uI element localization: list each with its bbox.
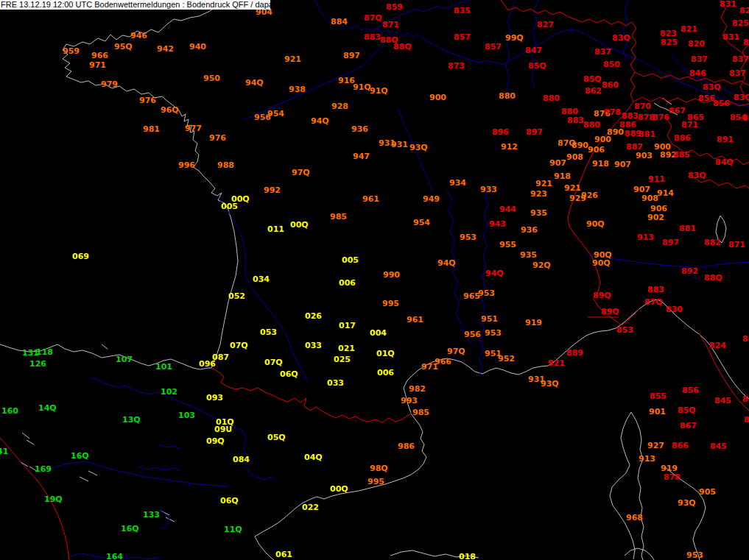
station-value: 931 [391, 141, 408, 149]
station-value: 94Q [437, 260, 456, 267]
station-value: 953 [686, 552, 703, 559]
station-value: 91Q [353, 84, 371, 91]
station-value: 860 [602, 82, 619, 89]
station-value: 977 [185, 125, 202, 132]
station-value: 995 [382, 300, 399, 308]
station-value: 886 [619, 121, 636, 129]
station-value: 85Q [678, 407, 696, 414]
station-value: 955 [499, 241, 516, 249]
station-value: 954 [267, 110, 284, 118]
station-value: 85Q [583, 76, 602, 83]
station-value: 873 [448, 63, 465, 70]
station-value: 900 [594, 136, 611, 143]
station-value: 913 [637, 234, 654, 241]
station-value: 938 [289, 86, 306, 93]
station-value: 018 [459, 553, 476, 560]
station-value: 918 [592, 160, 609, 168]
station-value: 837 [732, 56, 749, 63]
station-value: 034 [253, 276, 270, 283]
station-value: 87 [744, 417, 749, 424]
station-value: 005 [221, 203, 238, 210]
station-value: 022 [302, 504, 319, 511]
station-value: 953 [485, 330, 502, 337]
station-value: 821 [681, 26, 697, 33]
station-value: 880 [583, 121, 600, 129]
station-value: 98Q [370, 465, 388, 472]
station-value: 83Q [688, 172, 706, 180]
station-value: 006 [339, 280, 356, 287]
station-value: 942 [157, 46, 174, 53]
station-value: 907 [633, 186, 650, 194]
station-value: 94Q [245, 79, 264, 87]
station-value: 905 [699, 489, 716, 496]
station-value: 89Q [593, 292, 611, 300]
station-value: 053 [260, 329, 277, 336]
station-value: 971 [89, 62, 106, 69]
station-value: 896 [492, 129, 509, 136]
station-value: 876 [653, 114, 669, 121]
station-value: 883 [364, 34, 381, 41]
station-value: 885 [673, 152, 690, 159]
station-value: 996 [178, 162, 195, 169]
station-value: 16Q [121, 525, 139, 533]
station-value: 953 [478, 290, 495, 297]
station-value: 093 [206, 394, 223, 402]
station-value: 835 [454, 7, 471, 15]
station-value: 84 [742, 336, 749, 343]
station-value: 93Q [541, 380, 559, 388]
station-value: 855 [650, 393, 667, 400]
station-value: 831 [722, 34, 739, 41]
station-value: 901 [649, 408, 666, 416]
station-value: 880 [561, 108, 578, 116]
station-value: 07Q [264, 359, 283, 366]
station-value: 867 [680, 422, 697, 430]
station-value: 096 [199, 361, 216, 368]
station-value: 908 [566, 154, 583, 161]
station-value: 823 [660, 30, 677, 38]
station-value: 943 [489, 221, 506, 228]
station-value: 41 [0, 448, 8, 456]
station-value: 891 [717, 136, 734, 143]
station-value: 976 [139, 97, 156, 104]
station-value: 883 [647, 286, 664, 294]
station-value: 911 [648, 176, 665, 183]
station-value: 004 [370, 330, 387, 337]
station-value: 88Q [393, 43, 412, 51]
station-value: 847 [525, 47, 542, 54]
station-value: 103 [178, 412, 195, 419]
station-value: 017 [339, 322, 356, 330]
station-value: 949 [423, 196, 440, 203]
station-value: 985 [412, 409, 429, 417]
station-value: 946 [130, 32, 147, 40]
station-value: 921 [564, 185, 581, 192]
station-value: 14Q [38, 405, 57, 412]
station-value: 923 [530, 191, 547, 198]
station-value: 934 [449, 180, 466, 187]
station-value: 853 [616, 327, 633, 334]
station-value: 959 [63, 48, 80, 55]
station-value: 906 [650, 205, 667, 213]
station-value: 862 [585, 88, 602, 95]
station-value: 05Q [267, 434, 286, 442]
station-value: 93Q [409, 144, 428, 152]
station-value: 824 [709, 342, 726, 350]
station-value: 006 [377, 369, 394, 377]
station-value: 83Q [734, 94, 749, 102]
station-value: 052 [228, 293, 245, 300]
station-value: 83Q [703, 84, 721, 91]
station-value: 825 [739, 7, 749, 15]
station-value: 953 [460, 234, 477, 241]
station-value: 025 [334, 356, 351, 364]
station-value: 94Q [485, 270, 504, 277]
station-value: 845 [714, 397, 731, 405]
station-value: 164 [106, 553, 123, 560]
station-value: 993 [401, 397, 418, 405]
station-value: 133 [143, 511, 160, 519]
station-value: 881 [639, 131, 655, 138]
station-value: 881 [679, 225, 696, 233]
station-value: 892 [681, 268, 698, 275]
station-value: 857 [742, 115, 749, 122]
station-value: 118 [36, 349, 53, 356]
station-value: 951 [481, 316, 498, 323]
station-value: 160 [1, 408, 18, 415]
